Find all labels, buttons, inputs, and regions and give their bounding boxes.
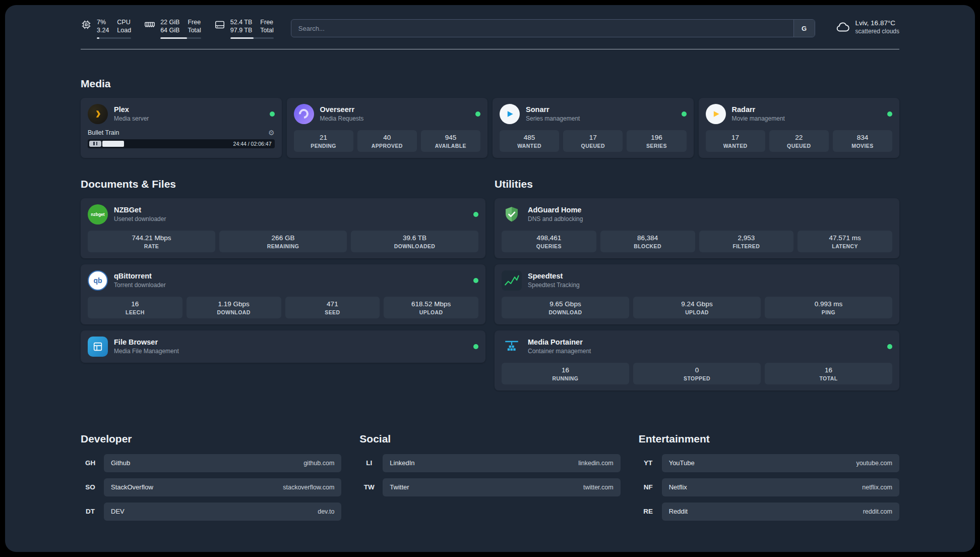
stat-label: AVAILABLE [423, 143, 478, 149]
bookmark-linkedin[interactable]: LI LinkedIn linkedin.com [359, 454, 620, 472]
stat-label: BLOCKED [602, 243, 693, 249]
cloud-icon [835, 20, 850, 35]
pause-icon[interactable] [89, 141, 101, 147]
ram-icon [144, 19, 155, 30]
speedtest-icon [502, 270, 522, 291]
app-card-radarr[interactable]: Radarr Movie management 17 WANTED 22 QUE… [699, 98, 900, 158]
stat-value: 945 [423, 134, 478, 141]
dev-abbr-icon: DT [81, 508, 100, 515]
stat-value: 2,953 [701, 234, 792, 242]
stat-label: UPLOAD [635, 309, 759, 315]
bookmark-name: Twitter [390, 483, 409, 491]
bookmark-name: Netflix [669, 483, 687, 491]
status-dot [475, 112, 480, 117]
stat-box: 17 WANTED [706, 130, 765, 152]
app-subtitle: Movie management [732, 115, 785, 122]
ram-label-free: Free [188, 18, 201, 26]
youtube-abbr-icon: YT [639, 459, 658, 467]
bookmark-youtube[interactable]: YT YouTube youtube.com [639, 454, 899, 472]
radarr-icon [706, 104, 726, 124]
stat-label: QUERIES [504, 243, 594, 249]
app-subtitle: Series management [526, 115, 580, 122]
app-subtitle: Media server [114, 115, 149, 122]
app-card-portainer[interactable]: Media Portainer Container management 16 … [495, 330, 899, 391]
app-card-sonarr[interactable]: Sonarr Series management 485 WANTED 17 Q… [493, 98, 694, 158]
bookmark-github[interactable]: GH Github github.com [81, 454, 341, 472]
bookmark-reddit[interactable]: RE Reddit reddit.com [639, 503, 899, 521]
utilities-column: Utilities [495, 158, 899, 391]
app-subtitle: Speedtest Tracking [528, 282, 580, 289]
app-card-overseerr[interactable]: Overseerr Media Requests 21 PENDING 40 A… [287, 98, 488, 158]
stat-box: 39.6 TB DOWNLOADED [351, 231, 478, 252]
ram-total-value: 64 GiB [160, 26, 179, 34]
stat-value: 9.65 Gbps [504, 300, 627, 308]
stat-value: 0.993 ms [767, 300, 890, 308]
bookmark-url: stackoverflow.com [283, 484, 334, 491]
status-dot [682, 112, 687, 117]
sonarr-icon [500, 104, 520, 124]
bookmark-url: dev.to [318, 508, 334, 515]
cpu-icon [81, 19, 92, 30]
stat-value: 266 GB [221, 234, 345, 242]
stat-label: WANTED [502, 143, 557, 149]
stat-value: 16 [90, 300, 180, 308]
app-name: NZBGet [114, 206, 166, 214]
search-input[interactable] [291, 19, 815, 37]
bookmark-dev[interactable]: DT DEV dev.to [81, 503, 341, 521]
stat-box: 266 GB REMAINING [219, 231, 347, 252]
bookmark-twitter[interactable]: TW Twitter twitter.com [359, 478, 620, 496]
bookmark-url: linkedin.com [578, 460, 613, 467]
topbar-divider [81, 49, 899, 49]
stat-box: 22 QUEUED [769, 130, 829, 152]
app-card-plex[interactable]: Plex Media server Bullet Train ⚙ 24:44 /… [81, 98, 282, 158]
app-name: AdGuard Home [528, 206, 583, 214]
bookmark-name: Reddit [669, 508, 688, 515]
stat-box: 498,461 QUERIES [502, 231, 596, 252]
app-card-adguard[interactable]: AdGuard Home DNS and adblocking 498,461 … [495, 198, 899, 258]
app-card-speedtest[interactable]: Speedtest Speedtest Tracking 9.65 Gbps D… [495, 264, 899, 324]
portainer-icon [502, 337, 522, 357]
app-subtitle: Media File Management [114, 348, 179, 355]
stat-box: 1.19 Gbps DOWNLOAD [187, 297, 281, 318]
stat-value: 21 [296, 134, 351, 141]
weather-condition: scattered clouds [855, 28, 899, 35]
stat-box: 0.993 ms PING [765, 297, 892, 318]
reddit-abbr-icon: RE [639, 508, 658, 515]
search-engine-button[interactable]: G [793, 20, 815, 37]
app-name: Speedtest [528, 272, 580, 280]
ram-free-value: 22 GiB [160, 18, 179, 26]
linkedin-abbr-icon: LI [359, 459, 379, 467]
stat-value: 16 [767, 366, 890, 374]
disk-free-value: 52.4 TB [230, 18, 253, 26]
app-name: Media Portainer [528, 338, 591, 346]
bookmark-netflix[interactable]: NF Netflix netflix.com [639, 478, 899, 496]
ram-metric: 22 GiB 64 GiB Free Total [144, 18, 201, 39]
app-subtitle: Torrent downloader [114, 282, 166, 289]
bookmark-stackoverflow[interactable]: SO StackOverflow stackoverflow.com [81, 478, 341, 496]
weather-widget[interactable]: Lviv, 16.87°C scattered clouds [835, 19, 899, 35]
nzbget-icon: nzbget [88, 204, 108, 225]
stat-value: 40 [359, 134, 415, 141]
app-card-nzbget[interactable]: nzbget NZBGet Usenet downloader 744.21 M… [81, 198, 485, 258]
netflix-abbr-icon: NF [639, 483, 658, 491]
stat-label: SEED [287, 309, 378, 315]
topbar: 7% 3.24 CPU Load 22 GiB [81, 18, 899, 39]
playback-time: 24:44 / 02:06:47 [233, 141, 272, 147]
playback-progressbar[interactable]: 24:44 / 02:06:47 [88, 139, 275, 148]
app-name: File Browser [114, 338, 179, 346]
overseerr-icon [294, 104, 314, 124]
stat-box: 834 MOVIES [833, 130, 892, 152]
stat-box: 9.65 Gbps DOWNLOAD [502, 297, 629, 318]
adguard-icon [502, 204, 522, 225]
cpu-metric: 7% 3.24 CPU Load [81, 18, 131, 39]
status-dot [887, 112, 892, 117]
bookmark-group-developer: Developer GH Github github.com SO StackO… [81, 433, 341, 527]
stat-label: DOWNLOAD [189, 309, 279, 315]
app-card-filebrowser[interactable]: File Browser Media File Management [81, 330, 485, 363]
stat-label: REMAINING [221, 243, 345, 249]
stat-label: PING [767, 309, 890, 315]
plex-now-playing: Bullet Train ⚙ 24:44 / 02:06:47 [88, 129, 275, 148]
bookmark-group-entertainment: Entertainment YT YouTube youtube.com NF … [639, 433, 899, 527]
app-card-qbittorrent[interactable]: qb qBittorrent Torrent downloader 16 LEE… [81, 264, 485, 324]
gear-icon[interactable]: ⚙ [268, 129, 275, 136]
